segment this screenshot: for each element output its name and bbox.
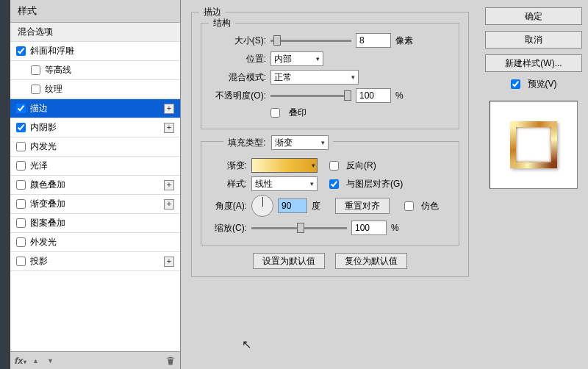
scale-label: 缩放(C): — [209, 222, 247, 234]
satin-checkbox[interactable] — [16, 161, 26, 171]
overprint-checkbox[interactable] — [270, 108, 280, 118]
blend-mode-select[interactable]: 正常▾ — [270, 70, 359, 85]
position-label: 位置: — [209, 53, 266, 65]
move-down-icon[interactable]: ▼ — [46, 356, 56, 366]
structure-subgroup: 结构 大小(S): 像素 位置: 内部▾ 混合模式: 正常▾ 不透明度(O): — [201, 23, 459, 129]
size-unit: 像素 — [395, 35, 413, 47]
blending-options-item[interactable]: 混合选项 — [10, 23, 180, 42]
gradient-overlay-item[interactable]: 渐变叠加 + — [10, 195, 180, 214]
blend-mode-label: 混合模式: — [209, 71, 266, 84]
preview-swatch — [510, 121, 557, 168]
texture-checkbox[interactable] — [31, 85, 40, 94]
settings-panel: 描边 结构 大小(S): 像素 位置: 内部▾ 混合模式: 正常▾ — [181, 0, 479, 369]
stroke-checkbox[interactable] — [16, 104, 26, 113]
inner-glow-item[interactable]: 内发光 — [10, 137, 180, 157]
contour-checkbox[interactable] — [31, 65, 40, 75]
bevel-checkbox[interactable] — [16, 46, 26, 56]
delete-icon[interactable] — [165, 356, 176, 366]
opacity-unit: % — [395, 90, 404, 101]
sidebar-bottom-bar: fx▾ ▲ ▼ — [10, 351, 180, 369]
angle-input[interactable] — [278, 198, 307, 213]
pattern-overlay-item[interactable]: 图案叠加 — [10, 214, 180, 233]
new-style-button[interactable]: 新建样式(W)... — [485, 54, 582, 72]
outer-glow-checkbox[interactable] — [16, 237, 26, 247]
drop-shadow-checkbox[interactable] — [16, 257, 26, 266]
add-stroke-icon[interactable]: + — [164, 104, 174, 114]
drop-shadow-item[interactable]: 投影 + — [10, 252, 180, 271]
styles-sidebar: 样式 混合选项 斜面和浮雕 等高线 纹理 描边 + 内阴影 — [10, 0, 181, 369]
scale-input[interactable] — [351, 221, 387, 235]
dither-label: 仿色 — [421, 200, 439, 212]
gradient-swatch[interactable]: ▾ — [251, 158, 318, 173]
scale-slider[interactable] — [251, 227, 347, 229]
align-checkbox[interactable] — [329, 179, 339, 189]
angle-dial[interactable] — [251, 195, 273, 217]
angle-label: 角度(A): — [209, 200, 247, 212]
add-color-overlay-icon[interactable]: + — [164, 180, 174, 190]
contour-item[interactable]: 等高线 — [10, 61, 180, 80]
satin-item[interactable]: 光泽 — [10, 157, 180, 176]
preview-label: 预览(V) — [528, 78, 557, 90]
bevel-emboss-item[interactable]: 斜面和浮雕 — [10, 42, 180, 61]
gradient-style-label: 样式: — [209, 178, 247, 190]
scale-unit: % — [391, 223, 399, 233]
add-inner-shadow-icon[interactable]: + — [164, 123, 174, 133]
gradient-overlay-checkbox[interactable] — [16, 199, 26, 209]
stroke-item[interactable]: 描边 + — [10, 99, 180, 118]
cancel-button[interactable]: 取消 — [485, 31, 582, 49]
reverse-label: 反向(R) — [346, 160, 376, 172]
add-drop-shadow-icon[interactable]: + — [164, 257, 174, 267]
right-panel: 确定 取消 新建样式(W)... 预览(V) — [479, 0, 588, 369]
opacity-slider[interactable] — [270, 95, 351, 97]
fill-subgroup: 填充类型: 渐变▾ 渐变: ▾ 反向(R) 样式: 线性▾ — [201, 141, 459, 246]
make-default-button[interactable]: 设置为默认值 — [253, 253, 325, 269]
fill-type-label: 填充类型: — [228, 137, 265, 148]
overprint-label: 叠印 — [289, 107, 306, 119]
styles-list: 混合选项 斜面和浮雕 等高线 纹理 描边 + 内阴影 + — [10, 23, 180, 351]
fx-menu-icon[interactable]: fx▾ — [15, 355, 26, 366]
styles-header: 样式 — [10, 0, 180, 23]
gradient-label: 渐变: — [209, 160, 247, 172]
structure-title: 结构 — [209, 17, 235, 29]
pattern-overlay-checkbox[interactable] — [16, 218, 26, 228]
angle-unit: 度 — [312, 200, 320, 212]
stroke-group: 描边 结构 大小(S): 像素 位置: 内部▾ 混合模式: 正常▾ — [191, 12, 469, 277]
inner-shadow-item[interactable]: 内阴影 + — [10, 118, 180, 137]
color-overlay-item[interactable]: 颜色叠加 + — [10, 176, 180, 195]
inner-shadow-checkbox[interactable] — [16, 123, 26, 132]
dither-checkbox[interactable] — [404, 201, 414, 211]
fill-type-select[interactable]: 渐变▾ — [271, 135, 329, 150]
reverse-checkbox[interactable] — [329, 161, 339, 171]
add-gradient-overlay-icon[interactable]: + — [164, 199, 174, 209]
align-label: 与图层对齐(G) — [346, 178, 403, 190]
opacity-label: 不透明度(O): — [209, 90, 266, 102]
reset-align-button[interactable]: 重置对齐 — [335, 198, 390, 214]
reset-default-button[interactable]: 复位为默认值 — [335, 253, 407, 269]
position-select[interactable]: 内部▾ — [270, 51, 323, 66]
color-overlay-checkbox[interactable] — [16, 180, 26, 190]
gradient-style-select[interactable]: 线性▾ — [251, 176, 318, 191]
move-up-icon[interactable]: ▲ — [31, 356, 41, 366]
size-input[interactable] — [356, 33, 391, 48]
ok-button[interactable]: 确定 — [485, 7, 582, 25]
opacity-input[interactable] — [356, 88, 391, 103]
outer-glow-item[interactable]: 外发光 — [10, 233, 180, 252]
inner-glow-checkbox[interactable] — [16, 142, 26, 151]
texture-item[interactable]: 纹理 — [10, 80, 180, 99]
preview-box — [490, 101, 578, 189]
size-slider[interactable] — [270, 40, 351, 42]
preview-checkbox[interactable] — [511, 79, 520, 89]
size-label: 大小(S): — [209, 35, 266, 47]
